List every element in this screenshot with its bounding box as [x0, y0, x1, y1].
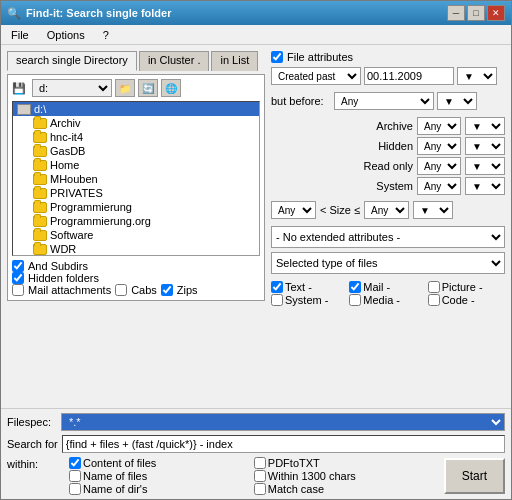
name-of-dirs-opt: Name of dir's [69, 483, 253, 495]
type-options: Text - Mail - Picture - System - Media - [271, 281, 505, 306]
menubar: File Options ? [1, 25, 511, 45]
pdftotxt-label: PDFtoTXT [268, 457, 320, 469]
tree-item-label: Home [50, 159, 79, 171]
tree-item[interactable]: GasDB [13, 144, 259, 158]
text-type-label: Text - [285, 281, 312, 293]
name-of-dirs-label: Name of dir's [83, 483, 147, 495]
minimize-button[interactable]: ─ [447, 5, 465, 21]
directory-tree[interactable]: d:\ Archiv hnc-it4 GasDB [12, 101, 260, 256]
date-before-select[interactable]: Any [334, 92, 434, 110]
archive-row: Archive Any ▼ [271, 117, 505, 135]
tree-item-label: d:\ [34, 103, 46, 115]
filespec-label: Filespec: [7, 416, 57, 428]
date-before-arrow[interactable]: ▼ [437, 92, 477, 110]
tree-item[interactable]: Programmierung.org [13, 214, 259, 228]
network-button[interactable]: 🌐 [161, 79, 181, 97]
name-of-files-checkbox[interactable] [69, 470, 81, 482]
system-select[interactable]: Any [417, 177, 461, 195]
file-attributes-row: File attributes [271, 51, 505, 63]
window-title: Find-it: Search single folder [26, 7, 171, 19]
hidden-select[interactable]: Any [417, 137, 461, 155]
directory-panel: 💾 d: 📁 🔄 🌐 d:\ Archiv [7, 74, 265, 301]
folder-icon [33, 230, 47, 241]
archive-select[interactable]: Any [417, 117, 461, 135]
tree-item[interactable]: Archiv [13, 116, 259, 130]
attrs-section: Archive Any ▼ Hidden Any ▼ Read only [271, 117, 505, 197]
tree-item[interactable]: Programmierung [13, 200, 259, 214]
and-subdirs-row: And Subdirs [12, 260, 260, 272]
readonly-arrow[interactable]: ▼ [465, 157, 505, 175]
tab-single-directory[interactable]: search single Directory [7, 51, 137, 71]
within-1300-label: Within 1300 chars [268, 470, 356, 482]
tree-item[interactable]: PRIVATES [13, 186, 259, 200]
maximize-button[interactable]: □ [467, 5, 485, 21]
readonly-select[interactable]: Any [417, 157, 461, 175]
code-type-checkbox[interactable] [428, 294, 440, 306]
tree-item-label: Software [50, 229, 93, 241]
and-subdirs-checkbox[interactable] [12, 260, 24, 272]
right-panel: File attributes Created past ▼ but befor… [271, 51, 505, 402]
tree-item[interactable]: Home [13, 158, 259, 172]
left-panel: search single Directory in Cluster . in … [7, 51, 265, 402]
name-of-dirs-checkbox[interactable] [69, 483, 81, 495]
text-type-checkbox[interactable] [271, 281, 283, 293]
system-type-checkbox[interactable] [271, 294, 283, 306]
date-dropdown-arrow[interactable]: ▼ [457, 67, 497, 85]
search-input[interactable] [62, 435, 505, 453]
main-window: 🔍 Find-it: Search single folder ─ □ ✕ Fi… [0, 0, 512, 500]
close-button[interactable]: ✕ [487, 5, 505, 21]
within-label: within: [7, 457, 63, 495]
tree-item[interactable]: WDR [13, 242, 259, 256]
menu-options[interactable]: Options [43, 28, 89, 42]
start-button[interactable]: Start [444, 458, 505, 494]
media-type-label: Media - [363, 294, 400, 306]
picture-type-checkbox[interactable] [428, 281, 440, 293]
content-of-files-checkbox[interactable] [69, 457, 81, 469]
tree-item-label: hnc-it4 [50, 131, 83, 143]
menu-file[interactable]: File [7, 28, 33, 42]
content-of-files-label: Content of files [83, 457, 156, 469]
drive-select[interactable]: d: [32, 79, 112, 97]
system-label: System [363, 180, 413, 192]
mail-attachments-checkbox[interactable] [12, 284, 24, 296]
date-type-select[interactable]: Created past [271, 67, 361, 85]
readonly-row: Read only Any ▼ [271, 157, 505, 175]
tree-item-label: PRIVATES [50, 187, 103, 199]
menu-help[interactable]: ? [99, 28, 113, 42]
pdftotxt-checkbox[interactable] [254, 457, 266, 469]
match-case-checkbox[interactable] [254, 483, 266, 495]
tab-in-cluster[interactable]: in Cluster . [139, 51, 210, 71]
filespec-row: Filespec: *.* [7, 413, 505, 431]
date-row: Created past ▼ [271, 67, 505, 85]
refresh-button[interactable]: 🔄 [138, 79, 158, 97]
system-type-label: System - [285, 294, 328, 306]
media-type-checkbox[interactable] [349, 294, 361, 306]
size-any2-select[interactable]: Any [364, 201, 409, 219]
folder-icon [33, 160, 47, 171]
type-of-files-select[interactable]: Selected type of files [271, 252, 505, 274]
system-arrow[interactable]: ▼ [465, 177, 505, 195]
within-1300-checkbox[interactable] [254, 470, 266, 482]
tree-item[interactable]: MHouben [13, 172, 259, 186]
no-extended-select[interactable]: - No extended attributes - [271, 226, 505, 248]
zips-checkbox[interactable] [161, 284, 173, 296]
tab-in-list[interactable]: in List [211, 51, 258, 71]
drive-tree-icon [17, 104, 31, 115]
and-subdirs-label: And Subdirs [28, 260, 88, 272]
hidden-arrow[interactable]: ▼ [465, 137, 505, 155]
browse-button[interactable]: 📁 [115, 79, 135, 97]
drive-row: 💾 d: 📁 🔄 🌐 [12, 79, 260, 97]
tree-item[interactable]: hnc-it4 [13, 130, 259, 144]
archive-arrow[interactable]: ▼ [465, 117, 505, 135]
filespec-select[interactable]: *.* [61, 413, 505, 431]
mail-type-checkbox[interactable] [349, 281, 361, 293]
tree-item[interactable]: d:\ [13, 102, 259, 116]
hidden-folders-checkbox[interactable] [12, 272, 24, 284]
size-any1-select[interactable]: Any [271, 201, 316, 219]
tree-item[interactable]: Software [13, 228, 259, 242]
file-attributes-checkbox[interactable] [271, 51, 283, 63]
date-value-input[interactable] [364, 67, 454, 85]
cabs-checkbox[interactable] [115, 284, 127, 296]
code-type-opt: Code - [428, 294, 505, 306]
size-arrow[interactable]: ▼ [413, 201, 453, 219]
